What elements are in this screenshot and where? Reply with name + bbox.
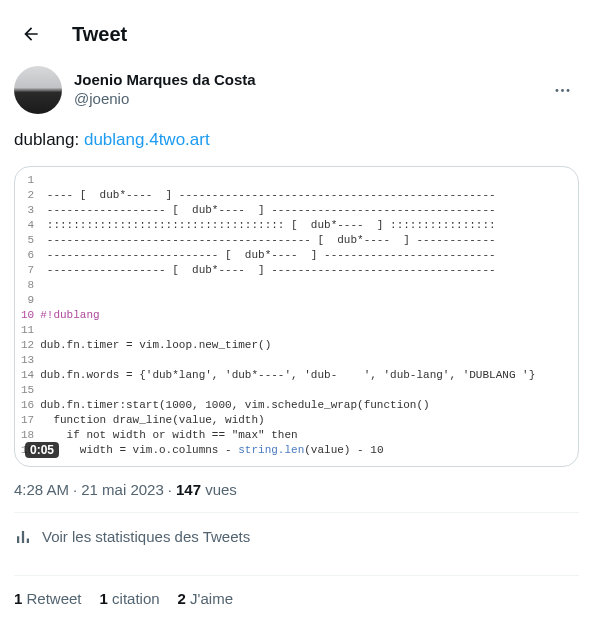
back-button[interactable]: [14, 17, 48, 51]
author-name[interactable]: Joenio Marques da Costa: [74, 71, 545, 90]
tweet-text-plain: dublang:: [14, 130, 84, 149]
tweet-media[interactable]: 12345678910111213141516171819 ---- [ dub…: [14, 166, 579, 467]
views-count: 147: [176, 481, 201, 498]
svg-point-2: [566, 89, 569, 92]
tweet-meta: 4:28 AM · 21 mai 2023 · 147 vues: [14, 481, 579, 498]
tweet-counts: 1 Retweet 1 citation 2 J'aime: [14, 576, 579, 617]
tweet-text: dublang: dublang.4two.art: [14, 128, 579, 152]
video-duration-badge: 0:05: [25, 442, 59, 458]
more-icon: [553, 81, 572, 100]
author-handle[interactable]: @joenio: [74, 90, 545, 109]
avatar[interactable]: [14, 66, 62, 114]
likes-count[interactable]: 2 J'aime: [178, 590, 233, 607]
retweets-count[interactable]: 1 Retweet: [14, 590, 82, 607]
analytics-label: Voir les statistiques des Tweets: [42, 528, 250, 545]
code-preview: 12345678910111213141516171819 ---- [ dub…: [15, 167, 578, 466]
more-button[interactable]: [545, 73, 579, 107]
view-tweet-analytics[interactable]: Voir les statistiques des Tweets: [14, 513, 579, 561]
svg-point-1: [561, 89, 564, 92]
tweet-time[interactable]: 4:28 AM: [14, 481, 69, 498]
arrow-left-icon: [21, 24, 41, 44]
page-title: Tweet: [72, 23, 127, 46]
svg-point-0: [555, 89, 558, 92]
tweet-date[interactable]: 21 mai 2023: [81, 481, 164, 498]
quotes-count[interactable]: 1 citation: [100, 590, 160, 607]
views-label: vues: [201, 481, 237, 498]
tweet-link[interactable]: dublang.4two.art: [84, 130, 210, 149]
analytics-icon: [14, 528, 32, 546]
